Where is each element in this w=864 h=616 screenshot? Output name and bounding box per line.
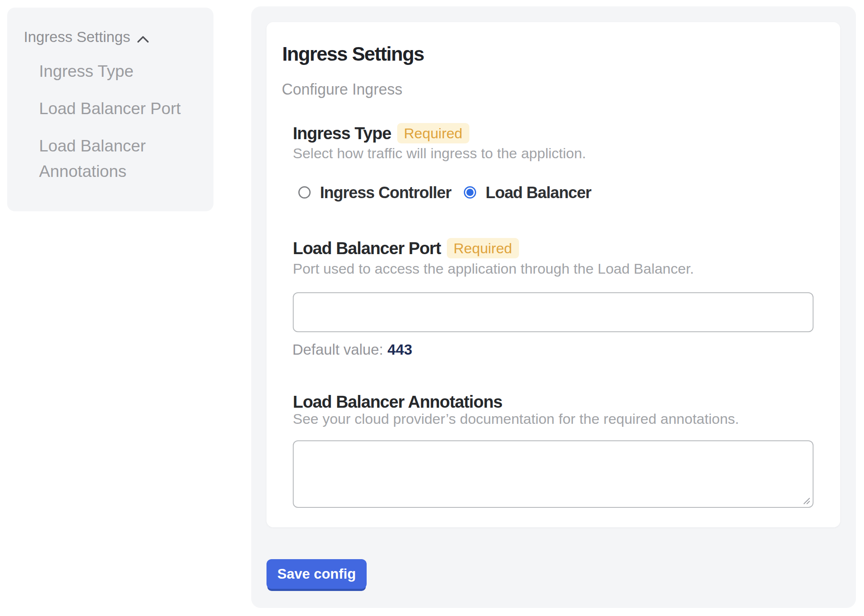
lb-port-input[interactable] [293,292,814,332]
radio-label-ingress-controller: Ingress Controller [320,183,451,202]
page-subtitle: Configure Ingress [282,81,402,98]
radio-option-load-balancer[interactable]: Load Balancer [464,183,591,202]
save-config-button[interactable]: Save config [266,559,367,589]
settings-panel: Ingress Settings Configure Ingress Ingre… [251,6,856,608]
sidebar-section-title: Ingress Settings [24,28,130,45]
radio-option-ingress-controller[interactable]: Ingress Controller [298,183,451,202]
radio-label-load-balancer: Load Balancer [485,183,591,202]
default-value-label: Default value: [292,341,383,358]
lb-port-label: Load Balancer Port [293,238,441,259]
lb-port-description: Port used to access the application thro… [293,260,694,277]
lb-annotations-textarea[interactable] [293,440,814,508]
radio-unselected-icon[interactable] [298,186,311,199]
ingress-type-description: Select how traffic will ingress to the a… [293,145,586,162]
lb-annotations-description: See your cloud provider’s documentation … [293,410,739,427]
ingress-type-heading-row: Ingress Type Required [293,123,469,144]
lb-annotations-heading-row: Load Balancer Annotations [293,391,502,412]
settings-nav-sidebar: Ingress Settings Ingress Type Load Balan… [7,8,213,211]
textarea-resize-handle[interactable] [802,496,811,505]
radio-selected-icon[interactable] [464,186,476,199]
chevron-up-icon [137,29,149,46]
ingress-type-radio-group: Ingress Controller Load Balancer [293,186,591,199]
required-badge: Required [397,123,469,143]
default-value: 443 [387,341,412,358]
sidebar-section-header[interactable]: Ingress Settings [24,28,149,46]
ingress-settings-card: Ingress Settings Configure Ingress Ingre… [266,22,840,527]
required-badge: Required [447,238,519,258]
lb-port-heading-row: Load Balancer Port Required [293,238,519,259]
page-title: Ingress Settings [282,43,424,65]
lb-annotations-label: Load Balancer Annotations [293,391,502,412]
sidebar-item-load-balancer-annotations[interactable]: Load Balancer Annotations [39,133,205,184]
ingress-type-label: Ingress Type [293,123,391,144]
sidebar-item-load-balancer-port[interactable]: Load Balancer Port [39,96,205,121]
default-value-helper: Default value:443 [292,341,412,358]
sidebar-item-ingress-type[interactable]: Ingress Type [39,59,205,84]
